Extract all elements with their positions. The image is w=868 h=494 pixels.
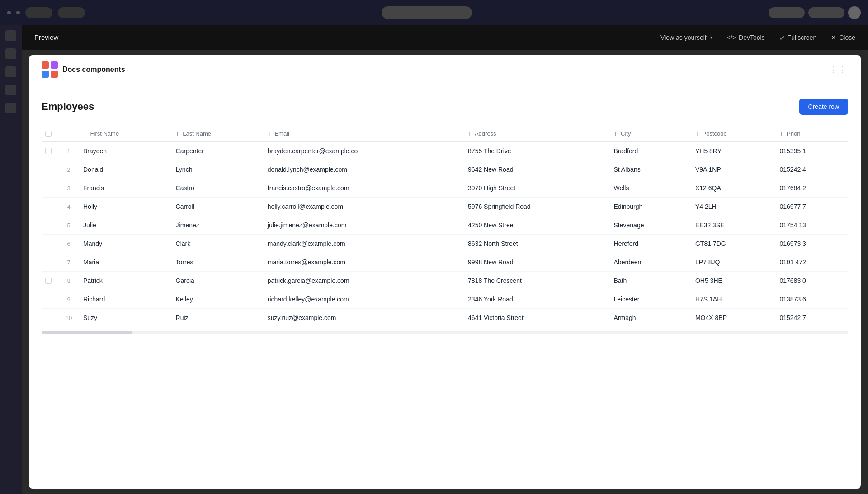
col-header-address: T Address — [462, 126, 608, 142]
table-row[interactable]: 4 Holly Carroll holly.carroll@example.co… — [42, 198, 848, 216]
view-as-yourself-button[interactable]: View as yourself ▾ — [660, 34, 712, 41]
cell-postcode: H7S 1AH — [690, 290, 774, 309]
cell-address: 9998 New Road — [462, 253, 608, 272]
cell-address: 7818 The Crescent — [462, 272, 608, 290]
cell-email: suzy.ruiz@example.com — [262, 309, 462, 327]
cell-phone: 015395 1 — [774, 142, 848, 160]
sidebar-icon-1 — [5, 30, 16, 41]
fullscreen-icon: ⤢ — [779, 34, 785, 41]
table-body: 1 Brayden Carpenter brayden.carpenter@ex… — [42, 142, 848, 327]
cell-postcode: MO4X 8BP — [690, 309, 774, 327]
cell-firstname: Brayden — [78, 142, 170, 160]
text-type-icon-5: T — [614, 130, 618, 137]
row-checkbox-cell[interactable] — [42, 309, 60, 327]
cell-lastname: Kelley — [170, 290, 262, 309]
table-row[interactable]: 10 Suzy Ruiz suzy.ruiz@example.com 4641 … — [42, 309, 848, 327]
row-number: 3 — [60, 179, 78, 198]
table-row[interactable]: 9 Richard Kelley richard.kelley@example.… — [42, 290, 848, 309]
cell-lastname: Torres — [170, 253, 262, 272]
select-all-checkbox-header[interactable] — [42, 126, 60, 142]
main-content: Employees Create row T First Name — [29, 84, 861, 489]
cell-address: 5976 Springfield Road — [462, 198, 608, 216]
sidebar-icon-5 — [5, 103, 16, 113]
select-all-checkbox[interactable] — [45, 131, 52, 137]
preview-actions: View as yourself ▾ </> DevTools ⤢ Fullsc… — [660, 34, 855, 41]
row-checkbox-cell[interactable] — [42, 272, 60, 290]
row-number: 1 — [60, 142, 78, 160]
cell-address: 9642 New Road — [462, 160, 608, 179]
cell-lastname: Carroll — [170, 198, 262, 216]
cell-city: Aberdeen — [609, 253, 690, 272]
row-select-checkbox[interactable] — [45, 148, 52, 154]
cell-phone: 017684 2 — [774, 179, 848, 198]
modal-container: Preview View as yourself ▾ </> DevTools … — [22, 25, 868, 494]
cell-email: patrick.garcia@example.com — [262, 272, 462, 290]
cell-email: francis.castro@example.com — [262, 179, 462, 198]
cell-lastname: Lynch — [170, 160, 262, 179]
row-checkbox-cell[interactable] — [42, 216, 60, 235]
row-select-checkbox[interactable] — [45, 278, 52, 284]
cell-lastname: Jimenez — [170, 216, 262, 235]
row-checkbox-cell[interactable] — [42, 290, 60, 309]
table-row[interactable]: 3 Francis Castro francis.castro@example.… — [42, 179, 848, 198]
section-header: Employees Create row — [42, 99, 848, 115]
cell-email: brayden.carpenter@example.co — [262, 142, 462, 160]
row-number: 8 — [60, 272, 78, 290]
cell-phone: 016977 7 — [774, 198, 848, 216]
cell-firstname: Maria — [78, 253, 170, 272]
cell-address: 8632 North Street — [462, 235, 608, 253]
table-row[interactable]: 2 Donald Lynch donald.lynch@example.com … — [42, 160, 848, 179]
col-header-postcode: T Postcode — [690, 126, 774, 142]
preview-header: Preview View as yourself ▾ </> DevTools … — [22, 25, 868, 50]
cell-city: Bath — [609, 272, 690, 290]
cell-lastname: Garcia — [170, 272, 262, 290]
create-row-button[interactable]: Create row — [799, 99, 848, 115]
cell-postcode: OH5 3HE — [690, 272, 774, 290]
row-checkbox-cell[interactable] — [42, 179, 60, 198]
row-checkbox-cell[interactable] — [42, 253, 60, 272]
text-type-icon-4: T — [468, 130, 472, 137]
view-as-label: View as yourself — [660, 34, 707, 41]
cell-city: Edinburgh — [609, 198, 690, 216]
cell-phone: 017683 0 — [774, 272, 848, 290]
horizontal-scrollbar-thumb[interactable] — [42, 331, 132, 334]
app-bar-right-pill-1 — [769, 7, 805, 18]
table-row[interactable]: 6 Mandy Clark mandy.clark@example.com 86… — [42, 235, 848, 253]
cell-phone: 016973 3 — [774, 235, 848, 253]
row-checkbox-cell[interactable] — [42, 142, 60, 160]
col-header-firstname: T First Name — [78, 126, 170, 142]
cell-phone: 015242 7 — [774, 309, 848, 327]
app-bar-center — [90, 6, 763, 19]
table-row[interactable]: 8 Patrick Garcia patrick.garcia@example.… — [42, 272, 848, 290]
app-logo: Docs components — [42, 61, 125, 78]
close-button[interactable]: ✕ Close — [831, 34, 855, 41]
row-checkbox-cell[interactable] — [42, 198, 60, 216]
row-checkbox-cell[interactable] — [42, 160, 60, 179]
cell-firstname: Julie — [78, 216, 170, 235]
cell-firstname: Mandy — [78, 235, 170, 253]
col-header-email: T Email — [262, 126, 462, 142]
cell-phone: 01754 13 — [774, 216, 848, 235]
table-row[interactable]: 5 Julie Jimenez julie.jimenez@example.co… — [42, 216, 848, 235]
cell-address: 8755 The Drive — [462, 142, 608, 160]
preview-title: Preview — [34, 33, 660, 41]
cell-email: mandy.clark@example.com — [262, 235, 462, 253]
row-checkbox-cell[interactable] — [42, 235, 60, 253]
devtools-button[interactable]: </> DevTools — [727, 34, 765, 41]
text-type-icon-3: T — [268, 130, 271, 137]
cell-firstname: Patrick — [78, 272, 170, 290]
table-row[interactable]: 7 Maria Torres maria.torres@example.com … — [42, 253, 848, 272]
cell-postcode: GT81 7DG — [690, 235, 774, 253]
app-bar-dot-1 — [7, 11, 11, 14]
app-bar-dot-2 — [16, 11, 20, 14]
row-number: 2 — [60, 160, 78, 179]
table-wrapper[interactable]: T First Name T Last Name T Email — [42, 126, 848, 334]
cell-postcode: LP7 8JQ — [690, 253, 774, 272]
fullscreen-button[interactable]: ⤢ Fullscreen — [779, 34, 817, 41]
cell-email: richard.kelley@example.com — [262, 290, 462, 309]
text-type-icon-2: T — [176, 130, 179, 137]
sidebar-icon-4 — [5, 85, 16, 95]
close-icon: ✕ — [831, 34, 836, 41]
horizontal-scrollbar-track[interactable] — [42, 331, 848, 334]
table-row[interactable]: 1 Brayden Carpenter brayden.carpenter@ex… — [42, 142, 848, 160]
